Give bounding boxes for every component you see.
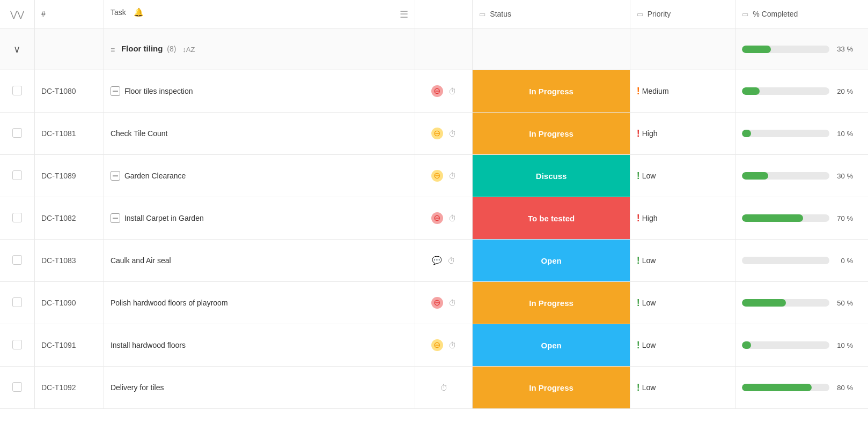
group-title-cell: ≡ Floor tiling (8) ↕AZ: [104, 28, 415, 70]
row-checkbox[interactable]: [12, 340, 22, 349]
row-priority-cell: ! Low: [630, 367, 735, 409]
status-badge[interactable]: In Progress: [473, 367, 629, 408]
priority-exclaim-icon: !: [637, 297, 640, 309]
clock-icon[interactable]: ⏱: [448, 214, 457, 223]
icons-column-header: [415, 0, 473, 28]
double-chevron-icon: ⋁⋁: [10, 10, 24, 19]
clock-icon[interactable]: ⏱: [448, 341, 457, 350]
priority-label: Low: [642, 341, 656, 349]
group-status-cell: [473, 28, 630, 70]
bell-icon: 🔔: [134, 8, 144, 17]
row-status-cell[interactable]: To be tested: [473, 197, 630, 240]
clock-icon[interactable]: ⏱: [440, 383, 448, 392]
row-priority-cell: ! High: [630, 113, 735, 155]
group-expand-cell[interactable]: ∨: [0, 28, 34, 70]
progress-bar: [742, 384, 829, 391]
minus-icon[interactable]: ⊖: [431, 170, 443, 182]
group-progress-cell: 33 %: [735, 28, 868, 70]
row-expand-cell[interactable]: [0, 240, 34, 282]
row-status-cell[interactable]: In Progress: [473, 367, 630, 409]
progress-fill: [742, 172, 768, 180]
row-checkbox[interactable]: [12, 255, 22, 265]
task-minus-icon: [111, 86, 120, 96]
status-badge[interactable]: Open: [473, 240, 629, 281]
chevron-down-icon[interactable]: ∨: [13, 44, 20, 55]
clock-icon[interactable]: ⏱: [448, 129, 457, 138]
row-status-cell[interactable]: Open: [473, 324, 630, 367]
row-checkbox[interactable]: [12, 382, 22, 392]
task-table-container: ⋁⋁ # Task 🔔 ☰ ▭ Status ▭ Priority: [0, 0, 868, 409]
task-name: Garden Clearance: [124, 172, 186, 180]
block-icon[interactable]: ⊖: [431, 85, 443, 97]
row-expand-cell[interactable]: [0, 282, 34, 324]
row-status-cell[interactable]: In Progress: [473, 70, 630, 113]
clock-icon[interactable]: ⏱: [448, 172, 457, 181]
row-expand-cell[interactable]: [0, 197, 34, 240]
row-task-cell: Install Carpet in Garden: [104, 197, 415, 240]
comment-icon[interactable]: 💬: [432, 256, 442, 265]
row-status-cell[interactable]: Open: [473, 240, 630, 282]
priority-exclaim-icon: !: [637, 213, 640, 224]
status-column-header[interactable]: ▭ Status: [473, 0, 630, 28]
row-icons-cell: ⊖ ⏱: [415, 197, 473, 240]
row-checkbox[interactable]: [12, 128, 22, 138]
row-id-cell: DC-T1091: [34, 324, 104, 367]
row-task-cell: Delivery for tiles: [104, 367, 415, 409]
status-badge[interactable]: Open: [473, 324, 629, 366]
clock-icon[interactable]: ⏱: [448, 299, 457, 308]
group-list-icon: ≡: [111, 46, 115, 54]
minus-icon[interactable]: ⊖: [431, 128, 443, 139]
status-badge[interactable]: In Progress: [473, 113, 629, 154]
task-column-header: Task 🔔 ☰: [104, 0, 415, 28]
block-icon[interactable]: ⊖: [431, 212, 443, 224]
row-expand-cell[interactable]: [0, 113, 34, 155]
row-task-cell: Check Tile Count: [104, 113, 415, 155]
expand-all-header[interactable]: ⋁⋁: [0, 0, 34, 28]
minus-icon[interactable]: ⊖: [431, 339, 443, 351]
progress-bar: [742, 214, 829, 222]
row-expand-cell[interactable]: [0, 367, 34, 409]
priority-exclaim-icon: !: [637, 86, 640, 97]
row-status-cell[interactable]: Discuss: [473, 155, 630, 197]
row-status-cell[interactable]: In Progress: [473, 113, 630, 155]
progress-fill: [742, 384, 812, 391]
block-icon[interactable]: ⊖: [431, 297, 443, 309]
table-row: DC-T1081Check Tile Count ⊖ ⏱ In Progress…: [0, 113, 868, 155]
row-task-cell: Install hardwood floors: [104, 324, 415, 367]
row-priority-cell: ! Low: [630, 155, 735, 197]
status-badge[interactable]: Discuss: [473, 155, 629, 197]
task-name: Caulk and Air seal: [111, 257, 171, 265]
priority-exclaim-icon: !: [637, 170, 640, 182]
priority-column-header[interactable]: ▭ Priority: [630, 0, 735, 28]
priority-label: High: [642, 129, 658, 138]
priority-label: Low: [642, 256, 656, 265]
progress-fill: [742, 87, 760, 95]
row-expand-cell[interactable]: [0, 324, 34, 367]
clock-icon[interactable]: ⏱: [448, 87, 457, 96]
row-id-cell: DC-T1081: [34, 113, 104, 155]
status-badge[interactable]: In Progress: [473, 70, 629, 112]
clock-icon[interactable]: ⏱: [447, 256, 455, 265]
row-priority-cell: ! Low: [630, 240, 735, 282]
completed-column-header[interactable]: ▭ % Completed: [735, 0, 868, 28]
status-badge[interactable]: In Progress: [473, 282, 629, 324]
row-expand-cell[interactable]: [0, 70, 34, 113]
row-status-cell[interactable]: In Progress: [473, 282, 630, 324]
row-checkbox[interactable]: [12, 213, 22, 222]
row-icons-cell: 💬 ⏱: [415, 240, 473, 282]
row-priority-cell: ! Low: [630, 324, 735, 367]
group-title: Floor tiling: [121, 44, 163, 53]
row-checkbox[interactable]: [12, 86, 22, 95]
progress-fill: [742, 341, 751, 349]
status-badge[interactable]: To be tested: [473, 197, 629, 239]
progress-label: 10 %: [834, 130, 853, 138]
row-id-cell: DC-T1082: [34, 197, 104, 240]
row-checkbox[interactable]: [12, 297, 22, 307]
priority-exclaim-icon: !: [637, 128, 640, 139]
row-checkbox[interactable]: [12, 170, 22, 180]
progress-label: 10 %: [834, 341, 853, 349]
sort-icon[interactable]: ↕AZ: [182, 46, 195, 54]
row-expand-cell[interactable]: [0, 155, 34, 197]
progress-label: 30 %: [834, 172, 853, 180]
task-name: Install hardwood floors: [111, 341, 186, 350]
